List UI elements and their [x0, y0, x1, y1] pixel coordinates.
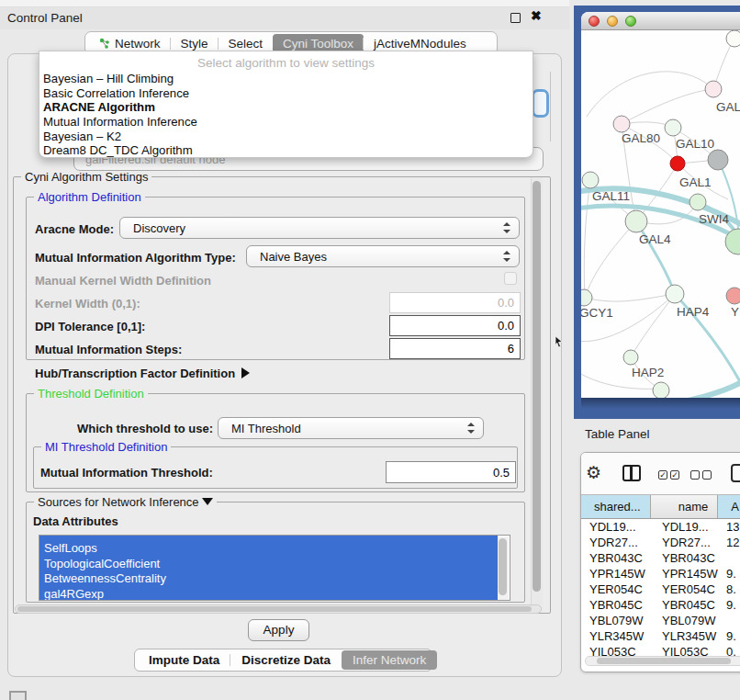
window-shadow	[581, 398, 740, 409]
dropdown-item[interactable]: ARACNE Algorithm	[39, 100, 533, 115]
kernel-width-field[interactable]: 0.0	[389, 292, 521, 313]
network-node-hap4[interactable]	[666, 285, 684, 303]
which-threshold-combo[interactable]: MI Threshold	[218, 417, 484, 439]
network-canvas[interactable]: GAL2GAL80GAL10GAL1GAL11SWI4GAL4GCY1HAP4Y…	[581, 30, 740, 398]
table-row[interactable]: YDR27...YDR27...12	[581, 536, 740, 551]
network-node-swi4[interactable]	[690, 194, 706, 210]
table-cell: YDL19...	[581, 520, 654, 536]
combo-value: Naive Bayes	[260, 250, 327, 264]
column-header-name[interactable]: name	[651, 495, 719, 518]
dropdown-item[interactable]: Mutual Information Inference	[39, 115, 533, 130]
table-row[interactable]: YBR043CYBR043C	[581, 551, 740, 567]
table-row[interactable]: YLR345WYLR345W9.	[581, 629, 740, 645]
dropdown-prompt: Select algorithm to view settings	[39, 51, 533, 72]
sources-title: Sources for Network Inference	[38, 495, 199, 509]
close-traffic-light[interactable]	[589, 16, 600, 27]
group-title: MI Threshold Definition	[41, 440, 171, 454]
network-node-gal80[interactable]	[613, 116, 630, 132]
network-node[interactable]	[653, 382, 669, 398]
table-cell: YBR043C	[654, 551, 724, 567]
tab-label: Impute Data	[149, 653, 219, 667]
node-label: GAL10	[676, 137, 714, 151]
settings-hscrollbar-track[interactable]	[15, 604, 542, 614]
table-row[interactable]: YBL079WYBL079W	[581, 614, 740, 629]
list-item[interactable]: SelfLoops	[39, 541, 498, 557]
table-cell: YER054C	[581, 582, 654, 598]
network-edge	[585, 294, 675, 301]
column-header-shared-name[interactable]: shared...	[581, 495, 651, 518]
dropdown-item[interactable]: Bayesian – Hill Climbing	[39, 72, 533, 86]
network-node-gal11[interactable]	[582, 172, 599, 188]
unchecked-pair-icon[interactable]	[690, 470, 712, 480]
zoom-traffic-light[interactable]	[625, 16, 636, 27]
tab-infer-network[interactable]: Infer Network	[342, 650, 437, 670]
stepper-arrows-icon	[502, 251, 510, 262]
focused-combo-button[interactable]	[532, 89, 549, 118]
mi-type-combo[interactable]: Naive Bayes	[246, 245, 520, 267]
settings-scrollbar-thumb[interactable]	[533, 181, 541, 592]
node-label: GAL1	[679, 175, 712, 189]
tab-impute-data[interactable]: Impute Data	[138, 650, 230, 670]
apply-button[interactable]: Apply	[248, 619, 309, 641]
clipped-icon[interactable]	[731, 464, 740, 482]
combo-value: Discovery	[133, 221, 185, 235]
sources-toggle[interactable]: Sources for Network Inference	[34, 495, 217, 509]
table-cell: YPR145W	[654, 567, 724, 582]
table-row[interactable]: YBR045CYBR045C9.	[581, 598, 740, 614]
table-cell: YLR345W	[581, 629, 654, 645]
mi-steps-field[interactable]: 6	[389, 338, 521, 359]
split-columns-icon[interactable]	[622, 465, 641, 481]
network-node-gal1[interactable]	[670, 156, 685, 171]
manual-kernel-checkbox[interactable]	[504, 272, 517, 285]
list-scrollbar-track[interactable]	[498, 536, 509, 600]
table-rows: YDL19...YDL19...13YDR27...YDR27...12YBR0…	[581, 520, 740, 660]
network-node-y[interactable]	[726, 288, 740, 304]
table-hscrollbar-track[interactable]	[585, 656, 740, 666]
network-node[interactable]	[726, 30, 740, 47]
list-item[interactable]: TopologicalCoefficient	[39, 557, 498, 572]
table-cell: 12	[724, 536, 740, 551]
tab-label: jActiveMNodules	[374, 37, 466, 51]
settings-hscrollbar-thumb[interactable]	[17, 606, 532, 612]
table-hscrollbar-thumb[interactable]	[597, 658, 731, 664]
network-node-gal2[interactable]	[705, 81, 722, 97]
dpi-tolerance-field[interactable]: 0.0	[389, 315, 521, 336]
mi-threshold-field[interactable]: 0.5	[386, 461, 516, 483]
dropdown-item[interactable]: Dream8 DC_TDC Algorithm	[39, 143, 533, 158]
list-item[interactable]: BetweennessCentrality	[39, 571, 498, 587]
close-icon[interactable]: ✖	[531, 8, 542, 23]
node-label: GAL80	[622, 131, 660, 145]
network-node-gcy1[interactable]	[581, 289, 592, 306]
aracne-mode-combo[interactable]: Discovery	[119, 217, 520, 239]
kernel-width-label: Kernel Width (0,1):	[35, 297, 140, 310]
table-cell: YBL079W	[654, 614, 724, 629]
stepper-arrows-icon	[466, 423, 475, 434]
network-node-gal10[interactable]	[665, 119, 681, 136]
column-header-clipped[interactable]: A	[718, 495, 740, 518]
checked-box-icon: ✓	[670, 470, 679, 480]
table-panel-title: Table Panel	[585, 427, 650, 441]
table-row[interactable]: YPR145WYPR145W9.	[581, 567, 740, 582]
network-node[interactable]	[708, 150, 728, 170]
tab-discretize-data[interactable]: Discretize Data	[230, 650, 342, 670]
network-window[interactable]: GAL2GAL80GAL10GAL1GAL11SWI4GAL4GCY1HAP4Y…	[581, 12, 740, 398]
minimized-panel-icon[interactable]	[9, 691, 27, 700]
network-node-hap2[interactable]	[623, 350, 638, 365]
network-window-titlebar[interactable]	[581, 12, 740, 30]
checked-pair-icon[interactable]: ✓ ✓	[658, 470, 679, 480]
table-cell: 9.	[724, 598, 740, 614]
data-attributes-list[interactable]: SelfLoopsTopologicalCoefficientBetweenne…	[39, 535, 510, 601]
dropdown-item[interactable]: Basic Correlation Inference	[39, 86, 533, 101]
list-item[interactable]: gal4RGexp	[39, 587, 498, 602]
hub-section-toggle[interactable]: Hub/Transcription Factor Definition	[35, 367, 250, 380]
minimize-traffic-light[interactable]	[607, 16, 618, 27]
table-row[interactable]: YDL19...YDL19...13	[581, 520, 740, 536]
table-row[interactable]: YER054CYER054C8.	[581, 582, 740, 598]
table-cell: YPR145W	[581, 567, 654, 582]
dropdown-item[interactable]: Bayesian – K2	[39, 130, 533, 144]
gear-icon[interactable]: ⚙	[586, 462, 601, 483]
list-scrollbar-thumb[interactable]	[499, 538, 507, 595]
network-node-gal4[interactable]	[625, 210, 647, 232]
float-window-icon[interactable]	[510, 13, 521, 23]
table-cell: YBR045C	[654, 598, 724, 614]
